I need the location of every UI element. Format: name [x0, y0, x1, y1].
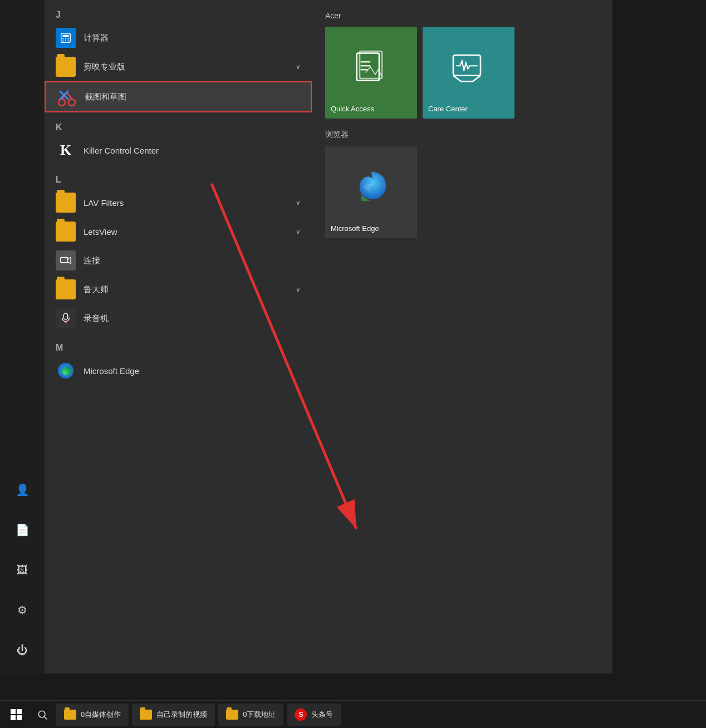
folder-icon-lav — [56, 193, 76, 213]
taskbar-label-video: 自己录制的视频 — [156, 710, 207, 720]
app-name-snip: 截图和草图 — [85, 92, 300, 102]
folder-icon-jianying — [56, 57, 76, 77]
snip-tool-icon — [57, 87, 77, 107]
edge-tile-icon-area — [331, 152, 411, 221]
svg-line-25 — [453, 76, 461, 82]
section-letter-k: K — [45, 117, 312, 136]
app-name-calculator: 计算器 — [84, 33, 301, 43]
svg-rect-33 — [17, 715, 22, 720]
taskbar-item-toutiao[interactable]: S 头条号 — [287, 704, 341, 726]
killer-icon: K — [56, 140, 76, 160]
taskbar-item-video[interactable]: 自己录制的视频 — [132, 704, 215, 726]
svg-point-5 — [62, 40, 63, 41]
sidebar-icon-photos[interactable]: 🖼 — [10, 558, 35, 582]
section-letter-l: L — [45, 169, 312, 188]
edge-list-icon — [56, 361, 76, 381]
app-name-jianying: 剪映专业版 — [84, 62, 288, 72]
app-item-killer[interactable]: K Killer Control Center — [45, 136, 312, 165]
toutiao-icon: S — [295, 709, 307, 721]
taskbar-folder-video — [140, 710, 152, 720]
taskbar-label-toutiao: 头条号 — [311, 710, 333, 720]
app-item-snip[interactable]: 截图和草图 — [45, 81, 312, 112]
browser-tile-row: Microsoft Edge — [325, 146, 599, 238]
app-name-letsview: LetsView — [84, 227, 288, 237]
taskbar: 0自媒体创作 自己录制的视频 0下载地址 S 头条号 — [0, 700, 706, 728]
tile-care-center[interactable]: Care Center — [423, 27, 514, 119]
recorder-icon — [56, 308, 76, 328]
chevron-jianying: ∨ — [296, 63, 301, 71]
tile-label-care-center: Care Center — [428, 101, 509, 113]
sidebar-icon-document[interactable]: 📄 — [10, 518, 35, 542]
svg-point-9 — [68, 99, 75, 106]
tile-section-browser: 浏览器 — [325, 130, 599, 140]
cc-icon-area — [428, 32, 509, 101]
svg-line-26 — [473, 76, 481, 82]
app-name-killer: Killer Control Center — [84, 146, 301, 155]
svg-point-2 — [62, 38, 63, 40]
svg-rect-15 — [63, 313, 67, 319]
app-item-lav[interactable]: LAV Filters ∨ — [45, 188, 312, 217]
svg-point-6 — [65, 40, 66, 41]
app-list: J 计算器 剪映 — [45, 0, 312, 673]
svg-point-4 — [67, 38, 68, 40]
svg-line-35 — [45, 716, 47, 719]
svg-rect-14 — [61, 258, 68, 263]
tile-quick-access[interactable]: Quick Access — [325, 27, 417, 119]
taskbar-item-zimeiti[interactable]: 0自媒体创作 — [56, 704, 129, 726]
tiles-area: Acer Quick Access — [312, 0, 612, 673]
svg-point-7 — [67, 40, 68, 41]
tile-microsoft-edge[interactable]: Microsoft Edge — [325, 146, 417, 238]
taskbar-label-download: 0下载地址 — [243, 710, 276, 720]
app-item-ludashi[interactable]: 鲁大师 ∨ — [45, 275, 312, 304]
connect-icon — [56, 250, 76, 270]
app-item-edge-list[interactable]: Microsoft Edge — [45, 356, 312, 385]
app-name-ludashi: 鲁大师 — [84, 284, 288, 295]
section-letter-m: M — [45, 337, 312, 356]
app-item-connect[interactable]: 连接 — [45, 246, 312, 275]
svg-point-17 — [65, 322, 67, 324]
sidebar-icon-power[interactable]: ⏻ — [10, 638, 35, 662]
taskbar-folder-download — [226, 710, 238, 720]
chevron-letsview: ∨ — [296, 228, 301, 235]
sidebar: 👤 📄 🖼 ⚙ ⏻ — [0, 0, 45, 673]
calculator-icon — [56, 28, 76, 48]
tile-label-edge: Microsoft Edge — [331, 221, 411, 233]
start-button[interactable] — [2, 701, 30, 729]
sidebar-icon-settings[interactable]: ⚙ — [10, 598, 35, 622]
svg-rect-32 — [11, 715, 16, 720]
taskbar-search[interactable] — [30, 702, 55, 727]
svg-rect-30 — [11, 709, 16, 714]
tile-label-quick-access: Quick Access — [331, 101, 411, 113]
tile-section-acer: Acer — [325, 11, 599, 20]
acer-tile-row: Quick Access Care Center — [325, 27, 599, 119]
app-item-calculator[interactable]: 计算器 — [45, 23, 312, 52]
chevron-lav: ∨ — [296, 199, 301, 206]
app-list-container: J 计算器 剪映 — [45, 0, 312, 673]
section-letter-j: J — [45, 4, 312, 23]
start-menu: 👤 📄 🖼 ⚙ ⏻ J — [0, 0, 612, 673]
svg-point-3 — [65, 38, 66, 40]
app-name-edge-list: Microsoft Edge — [84, 366, 301, 376]
sidebar-icon-user[interactable]: 👤 — [10, 478, 35, 502]
app-item-jianying[interactable]: 剪映专业版 ∨ — [45, 52, 312, 81]
svg-point-34 — [38, 711, 45, 717]
taskbar-folder-zimeiti — [64, 710, 76, 720]
taskbar-label-zimeiti: 0自媒体创作 — [81, 710, 121, 720]
svg-rect-1 — [63, 35, 69, 37]
svg-point-8 — [58, 99, 65, 106]
app-name-connect: 连接 — [84, 255, 301, 266]
app-name-lav: LAV Filters — [84, 198, 288, 208]
folder-icon-ludashi — [56, 279, 76, 299]
svg-rect-31 — [17, 709, 22, 714]
qa-icon-area — [331, 32, 411, 101]
chevron-ludashi: ∨ — [296, 286, 301, 293]
folder-icon-letsview — [56, 222, 76, 242]
app-item-recorder[interactable]: 录音机 — [45, 304, 312, 333]
app-name-recorder: 录音机 — [84, 313, 301, 324]
taskbar-item-download[interactable]: 0下载地址 — [218, 704, 283, 726]
app-item-letsview[interactable]: LetsView ∨ — [45, 217, 312, 246]
